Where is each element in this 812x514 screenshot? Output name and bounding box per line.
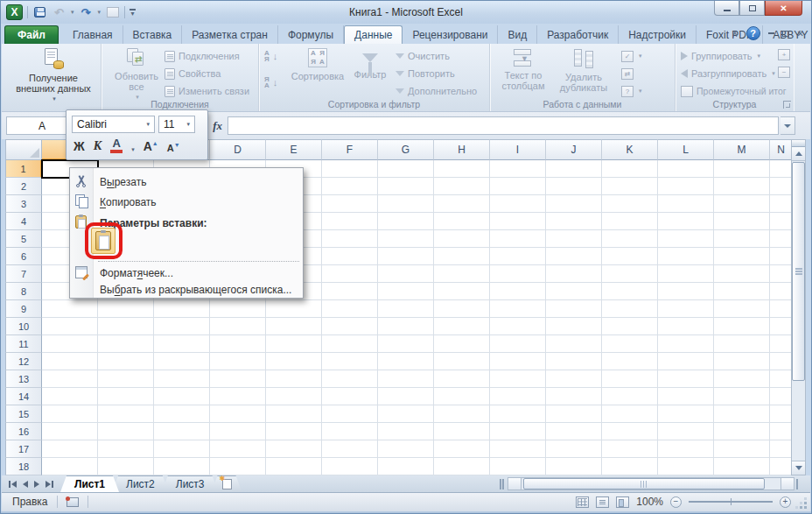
edit-links-button[interactable]: Изменить связи: [164, 84, 249, 98]
row-header-1[interactable]: 1: [5, 160, 42, 178]
connections-button[interactable]: Подключения: [164, 49, 240, 63]
scroll-left-button[interactable]: [508, 477, 522, 490]
tab-scroll-split-handle[interactable]: [498, 475, 504, 492]
column-header-F[interactable]: F: [322, 139, 378, 160]
scroll-right-button[interactable]: [780, 477, 794, 490]
tab-Формулы[interactable]: Формулы: [278, 25, 344, 44]
vertical-scrollbar[interactable]: [791, 139, 806, 475]
row-header-4[interactable]: 4: [5, 213, 42, 230]
tab-Главная[interactable]: Главная: [63, 25, 123, 44]
sheet-tab-Лист1[interactable]: Лист1: [60, 475, 119, 492]
resize-grip[interactable]: [794, 496, 807, 509]
select-all-corner[interactable]: [5, 139, 42, 160]
minimize-ribbon-icon[interactable]: ∧: [732, 29, 738, 39]
insert-sheet-button[interactable]: [212, 475, 242, 492]
scroll-down-button[interactable]: [792, 461, 805, 475]
row-header-16[interactable]: 16: [5, 423, 42, 440]
formula-input[interactable]: [228, 116, 779, 135]
sort-descending-button[interactable]: ЯА ↓: [264, 75, 277, 89]
data-validation-button[interactable]: ✓ ▾: [621, 49, 642, 63]
insert-function-icon[interactable]: fx: [213, 119, 222, 133]
column-header-E[interactable]: E: [266, 139, 322, 160]
close-button[interactable]: ✕: [765, 1, 802, 16]
row-header-5[interactable]: 5: [5, 230, 42, 248]
show-detail-button[interactable]: +: [778, 47, 790, 61]
row-header-14[interactable]: 14: [5, 388, 42, 405]
restore-button[interactable]: [739, 1, 765, 16]
menu-item-format-cells[interactable]: Формат ячеек...: [100, 264, 173, 282]
tab-Данные[interactable]: Данные: [344, 25, 402, 44]
column-header-G[interactable]: G: [378, 139, 434, 160]
doc-minimize-button[interactable]: [768, 32, 774, 34]
column-header-J[interactable]: J: [546, 139, 602, 160]
zoom-out-button[interactable]: −: [670, 496, 682, 508]
tab-Надстройки[interactable]: Надстройки: [619, 25, 696, 44]
excel-app-icon[interactable]: X: [6, 4, 23, 20]
remove-duplicates-button[interactable]: Удалить дубликаты: [555, 49, 612, 93]
font-color-button[interactable]: А: [110, 138, 122, 153]
horizontal-scroll-track[interactable]: [522, 477, 780, 490]
font-size-select[interactable]: 11 ▾: [158, 116, 195, 133]
save-button[interactable]: [32, 5, 47, 19]
column-header-I[interactable]: I: [490, 139, 546, 160]
row-header-7[interactable]: 7: [5, 265, 42, 283]
row-header-17[interactable]: 17: [5, 440, 42, 458]
print-preview-button[interactable]: [105, 5, 120, 19]
font-name-select[interactable]: Calibri ▾: [72, 116, 155, 133]
dialog-launcher-icon[interactable]: [783, 101, 791, 109]
next-sheet-button[interactable]: [34, 481, 39, 488]
group-button[interactable]: Группировать ▾: [681, 49, 760, 63]
tab-Рецензировани[interactable]: Рецензировани: [402, 25, 498, 44]
tab-Разметка стран[interactable]: Разметка стран: [182, 25, 278, 44]
horizontal-scroll-thumb[interactable]: [523, 478, 765, 489]
what-if-analysis-button[interactable]: ? ▾: [621, 84, 642, 98]
doc-restore-button[interactable]: [782, 31, 789, 37]
column-header-L[interactable]: L: [658, 139, 714, 160]
normal-view-button[interactable]: [576, 496, 589, 508]
tab-Вид[interactable]: Вид: [498, 25, 537, 44]
subtotal-button[interactable]: Промежуточный итог: [681, 84, 787, 98]
column-header-K[interactable]: K: [602, 139, 658, 160]
scroll-up-button[interactable]: [792, 147, 805, 161]
zoom-level[interactable]: 100%: [636, 496, 663, 508]
redo-button[interactable]: ↷: [79, 5, 94, 19]
tab-Файл[interactable]: Файл: [4, 25, 59, 44]
row-header-12[interactable]: 12: [5, 353, 42, 370]
row-header-11[interactable]: 11: [5, 335, 42, 353]
sort-ascending-button[interactable]: АЯ ↓: [264, 49, 277, 63]
row-header-2[interactable]: 2: [5, 178, 42, 195]
tab-Разработчик[interactable]: Разработчик: [537, 25, 619, 44]
ungroup-button[interactable]: Разгруппировать ▾: [681, 67, 775, 81]
customize-qat-button[interactable]: ▾: [130, 9, 136, 16]
row-header-10[interactable]: 10: [5, 318, 42, 335]
row-header-6[interactable]: 6: [5, 248, 42, 265]
refresh-all-button[interactable]: ⇄ Обновить все ▾: [112, 48, 161, 102]
doc-close-button[interactable]: ✕: [797, 29, 804, 39]
sheet-tab-Лист2[interactable]: Лист2: [112, 475, 169, 492]
font-color-dropdown[interactable]: ▾: [131, 146, 135, 153]
horizontal-scrollbar[interactable]: [508, 475, 801, 492]
shrink-font-button[interactable]: А▼: [167, 142, 180, 153]
vertical-scroll-thumb[interactable]: [792, 162, 805, 381]
sheet-tab-Лист3[interactable]: Лист3: [162, 475, 219, 492]
row-header-18[interactable]: 18: [5, 458, 42, 475]
zoom-in-button[interactable]: +: [780, 496, 791, 508]
reapply-button[interactable]: Повторить: [396, 67, 455, 81]
sort-button[interactable]: АЯ ЯА Сортировка: [289, 48, 346, 81]
properties-button[interactable]: Свойства: [164, 67, 220, 81]
row-header-13[interactable]: 13: [5, 370, 42, 388]
column-header-D[interactable]: D: [210, 139, 266, 160]
vertical-split-handle[interactable]: [792, 140, 805, 147]
last-sheet-button[interactable]: [46, 481, 53, 488]
hide-detail-button[interactable]: −: [778, 65, 790, 79]
row-header-9[interactable]: 9: [5, 300, 42, 318]
page-break-view-button[interactable]: [616, 496, 629, 508]
row-header-3[interactable]: 3: [5, 195, 42, 213]
zoom-slider[interactable]: [689, 501, 773, 503]
expand-formula-bar-button[interactable]: [780, 116, 795, 135]
row-header-15[interactable]: 15: [5, 405, 42, 423]
undo-button[interactable]: ↶: [52, 5, 66, 19]
menu-item-pick-from-list[interactable]: Выбрать из раскрывающегося списка...: [100, 281, 291, 299]
text-to-columns-button[interactable]: ▼ Текст по столбцам: [495, 49, 551, 91]
bold-button[interactable]: Ж: [74, 139, 85, 153]
